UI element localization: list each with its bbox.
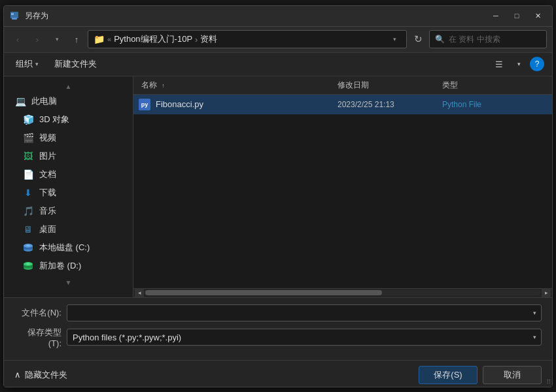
- help-button[interactable]: ?: [530, 57, 544, 71]
- docs-icon: 📄: [22, 169, 34, 180]
- address-chevron: «: [107, 35, 111, 43]
- video-icon: 🎬: [22, 132, 34, 144]
- sidebar-label-desktop: 桌面: [39, 223, 56, 235]
- footer-buttons: 保存(S) 取消: [419, 366, 542, 384]
- sidebar-item-new-d[interactable]: 新加卷 (D:): [4, 257, 133, 275]
- picture-icon: 🖼: [22, 150, 34, 162]
- file-name: Fibonacci.py: [156, 99, 203, 109]
- maximize-button[interactable]: □: [508, 8, 526, 23]
- 3d-icon: 🧊: [22, 114, 34, 125]
- title-bar: 另存为 ─ □ ✕: [4, 6, 552, 27]
- main-content: ▲ 💻 此电脑 🧊 3D 对象 🎬 视频 🖼 图片 📄 文档: [4, 76, 552, 297]
- py-file-icon: py: [139, 99, 150, 110]
- filetype-select[interactable]: Python files (*.py;*.pyw;*.pyi): [67, 329, 542, 346]
- nav-dropdown-button[interactable]: ▾: [48, 31, 65, 48]
- file-type-cell: Python File: [440, 100, 552, 109]
- filename-wrapper: ▾: [67, 304, 542, 321]
- file-list-scroll[interactable]: py Fibonacci.py 2023/2/25 21:13 Python F…: [133, 95, 552, 288]
- sidebar-label-music: 音乐: [39, 205, 56, 217]
- address-path-part2: 资料: [200, 33, 217, 45]
- new-folder-button[interactable]: 新建文件夹: [50, 56, 101, 73]
- hide-folder-label: 隐藏文件夹: [25, 369, 67, 381]
- scroll-right-arrow[interactable]: ▸: [542, 288, 551, 297]
- file-name-cell: py Fibonacci.py: [139, 99, 335, 110]
- hide-folder-toggle[interactable]: ∧ 隐藏文件夹: [14, 369, 67, 381]
- cancel-button[interactable]: 取消: [483, 366, 542, 384]
- sidebar-item-desktop[interactable]: 🖥 桌面: [4, 220, 133, 238]
- svg-rect-2: [12, 18, 17, 20]
- sidebar-label-pictures: 图片: [39, 150, 56, 162]
- sidebar-item-documents[interactable]: 📄 文档: [4, 165, 133, 184]
- file-date-cell: 2023/2/25 21:13: [335, 100, 440, 109]
- pc-icon: 💻: [14, 95, 26, 107]
- sidebar-label-3d: 3D 对象: [39, 114, 69, 125]
- sidebar-item-local-c[interactable]: 本地磁盘 (C:): [4, 238, 133, 257]
- file-list-header: 名称 ↑ 修改日期 类型: [133, 76, 552, 95]
- address-folder-icon: 📁: [94, 34, 105, 44]
- back-button[interactable]: ‹: [9, 31, 26, 48]
- organize-caret: ▾: [35, 61, 39, 67]
- address-bar[interactable]: 📁 « Python编程入门-10P › 资料 ▾: [88, 30, 407, 48]
- download-icon: ⬇: [22, 187, 34, 199]
- scroll-thumb: [145, 290, 382, 295]
- sidebar-item-videos[interactable]: 🎬 视频: [4, 129, 133, 147]
- scroll-left-arrow[interactable]: ◂: [135, 288, 144, 297]
- sidebar-label-local-c: 本地磁盘 (C:): [39, 242, 90, 253]
- sidebar-label-documents: 文档: [39, 169, 56, 180]
- save-button[interactable]: 保存(S): [419, 366, 478, 384]
- window-controls: ─ □ ✕: [487, 8, 547, 23]
- organize-label: 组织: [16, 58, 33, 70]
- view-dropdown-caret: ▾: [517, 61, 521, 67]
- view-mode-button[interactable]: ☰: [491, 56, 508, 73]
- filetype-wrapper: Python files (*.py;*.pyw;*.pyi) ▾: [67, 329, 542, 346]
- horizontal-scrollbar[interactable]: ◂ ▸: [133, 288, 552, 297]
- resize-handle[interactable]: ⠿: [543, 378, 551, 385]
- address-path-part1: Python编程入门-10P: [114, 33, 192, 45]
- search-box[interactable]: 🔍 在 资料 中搜索: [429, 30, 547, 48]
- address-toolbar: ‹ › ▾ ↑ 📁 « Python编程入门-10P › 资料 ▾ ↻ 🔍 在 …: [4, 27, 552, 53]
- sidebar-item-3d-objects[interactable]: 🧊 3D 对象: [4, 110, 133, 129]
- sidebar-label-this-pc: 此电脑: [31, 95, 57, 107]
- col-header-date[interactable]: 修改日期: [335, 80, 440, 91]
- bottom-form-panel: 文件名(N): ▾ 保存类型(T): Python files (*.py;*.…: [4, 297, 552, 360]
- svg-point-6: [26, 244, 30, 246]
- sidebar-item-pictures[interactable]: 🖼 图片: [4, 147, 133, 165]
- sidebar-scroll-down[interactable]: ▼: [4, 278, 133, 288]
- col-header-type[interactable]: 类型: [440, 80, 552, 91]
- filename-input[interactable]: [67, 304, 542, 321]
- minimize-button[interactable]: ─: [487, 8, 505, 23]
- sidebar-label-videos: 视频: [39, 132, 56, 144]
- search-placeholder: 在 资料 中搜索: [449, 34, 500, 45]
- sidebar-scroll-up[interactable]: ▲: [4, 82, 133, 92]
- drive-icon: [22, 260, 34, 272]
- forward-button[interactable]: ›: [29, 31, 46, 48]
- svg-rect-1: [11, 13, 14, 15]
- up-button[interactable]: ↑: [68, 31, 85, 48]
- new-folder-label: 新建文件夹: [54, 58, 97, 70]
- sort-arrow: ↑: [162, 82, 165, 89]
- col-header-name[interactable]: 名称 ↑: [139, 80, 335, 91]
- close-button[interactable]: ✕: [529, 8, 547, 23]
- scroll-track: [145, 290, 540, 295]
- view-icon: ☰: [495, 59, 503, 69]
- refresh-button[interactable]: ↻: [411, 32, 425, 46]
- file-row-fibonacci[interactable]: py Fibonacci.py 2023/2/25 21:13 Python F…: [133, 95, 552, 114]
- view-dropdown-button[interactable]: ▾: [510, 56, 527, 73]
- organize-button[interactable]: 组织 ▾: [12, 56, 43, 73]
- hdisk-icon: [22, 242, 34, 253]
- sidebar-item-downloads[interactable]: ⬇ 下载: [4, 184, 133, 202]
- sidebar: ▲ 💻 此电脑 🧊 3D 对象 🎬 视频 🖼 图片 📄 文档: [4, 76, 133, 297]
- file-list-area: 名称 ↑ 修改日期 类型 py Fibonacci.py 2023/2/25: [133, 76, 552, 297]
- address-chevron2: ›: [195, 35, 198, 44]
- sidebar-item-this-pc[interactable]: 💻 此电脑: [4, 92, 133, 110]
- address-dropdown-arrow[interactable]: ▾: [388, 36, 401, 42]
- filename-row: 文件名(N): ▾: [14, 304, 542, 321]
- music-icon: 🎵: [22, 205, 34, 217]
- secondary-toolbar: 组织 ▾ 新建文件夹 ☰ ▾ ?: [4, 53, 552, 76]
- sidebar-item-music[interactable]: 🎵 音乐: [4, 202, 133, 220]
- search-icon: 🔍: [435, 35, 445, 44]
- resize-dots: ⠿: [546, 379, 551, 385]
- desktop-icon: 🖥: [22, 223, 34, 235]
- filename-label: 文件名(N):: [14, 307, 67, 319]
- sidebar-label-downloads: 下载: [39, 187, 56, 199]
